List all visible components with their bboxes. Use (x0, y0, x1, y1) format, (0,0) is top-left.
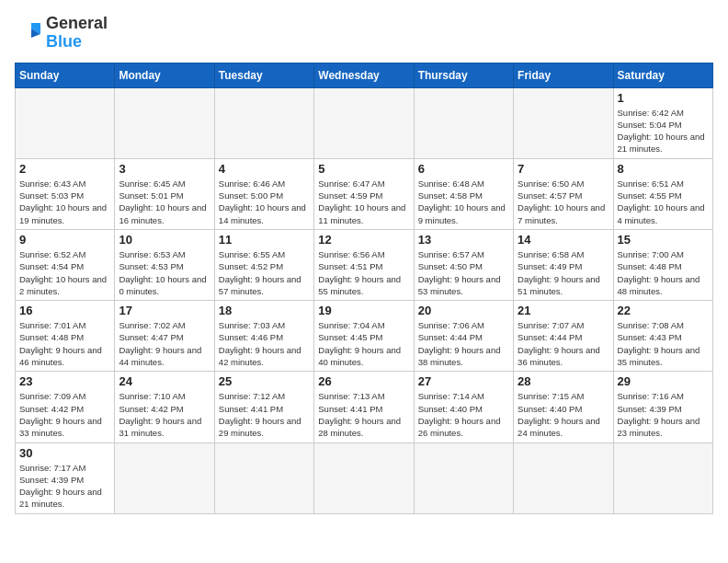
day-info: Sunrise: 7:00 AM Sunset: 4:48 PM Dayligh… (618, 248, 709, 297)
week-row-2: 9Sunrise: 6:52 AM Sunset: 4:54 PM Daylig… (16, 229, 713, 300)
day-number: 29 (618, 374, 709, 388)
day-info: Sunrise: 6:50 AM Sunset: 4:57 PM Dayligh… (518, 178, 609, 226)
day-number: 30 (19, 446, 110, 460)
week-row-5: 30Sunrise: 7:17 AM Sunset: 4:39 PM Dayli… (16, 442, 713, 513)
page-header: GeneralBlue (15, 15, 713, 52)
day-cell: 3Sunrise: 6:45 AM Sunset: 5:01 PM Daylig… (115, 158, 214, 229)
day-cell: 12Sunrise: 6:56 AM Sunset: 4:51 PM Dayli… (314, 229, 414, 300)
day-info: Sunrise: 6:48 AM Sunset: 4:58 PM Dayligh… (418, 178, 509, 226)
weekday-header-sunday: Sunday (16, 63, 115, 87)
day-cell (115, 87, 214, 158)
day-number: 25 (219, 374, 310, 388)
day-cell (314, 442, 414, 513)
day-cell (314, 87, 414, 158)
day-number: 26 (318, 374, 409, 388)
day-info: Sunrise: 6:46 AM Sunset: 5:00 PM Dayligh… (219, 178, 310, 226)
day-cell (115, 442, 214, 513)
day-info: Sunrise: 7:07 AM Sunset: 4:44 PM Dayligh… (518, 319, 609, 368)
day-cell: 20Sunrise: 7:06 AM Sunset: 4:44 PM Dayli… (414, 301, 513, 372)
day-number: 14 (518, 233, 609, 247)
day-cell: 9Sunrise: 6:52 AM Sunset: 4:54 PM Daylig… (16, 229, 115, 300)
day-cell: 19Sunrise: 7:04 AM Sunset: 4:45 PM Dayli… (314, 301, 414, 372)
day-cell: 29Sunrise: 7:16 AM Sunset: 4:39 PM Dayli… (613, 372, 712, 442)
day-cell: 7Sunrise: 6:50 AM Sunset: 4:57 PM Daylig… (514, 158, 613, 229)
day-number: 10 (119, 233, 210, 247)
logo-name: GeneralBlue (46, 15, 108, 52)
logo-bird-icon (15, 19, 42, 47)
day-number: 4 (219, 162, 310, 176)
day-info: Sunrise: 6:56 AM Sunset: 4:51 PM Dayligh… (318, 248, 409, 297)
day-cell: 18Sunrise: 7:03 AM Sunset: 4:46 PM Dayli… (214, 301, 313, 372)
day-cell: 6Sunrise: 6:48 AM Sunset: 4:58 PM Daylig… (414, 158, 513, 229)
day-number: 17 (119, 304, 210, 317)
day-info: Sunrise: 6:55 AM Sunset: 4:52 PM Dayligh… (219, 248, 310, 297)
day-info: Sunrise: 7:08 AM Sunset: 4:43 PM Dayligh… (618, 319, 709, 368)
day-cell (214, 87, 313, 158)
day-number: 6 (418, 162, 509, 176)
day-cell: 15Sunrise: 7:00 AM Sunset: 4:48 PM Dayli… (613, 229, 712, 300)
day-cell: 24Sunrise: 7:10 AM Sunset: 4:42 PM Dayli… (115, 372, 214, 442)
day-cell: 27Sunrise: 7:14 AM Sunset: 4:40 PM Dayli… (414, 372, 513, 442)
logo-text-block: GeneralBlue (15, 15, 108, 52)
day-cell (16, 87, 115, 158)
day-number: 21 (518, 304, 609, 317)
day-cell (214, 442, 313, 513)
day-number: 9 (19, 233, 110, 247)
week-row-0: 1Sunrise: 6:42 AM Sunset: 5:04 PM Daylig… (16, 87, 713, 158)
week-row-3: 16Sunrise: 7:01 AM Sunset: 4:48 PM Dayli… (16, 301, 713, 372)
day-cell (613, 442, 712, 513)
day-info: Sunrise: 7:16 AM Sunset: 4:39 PM Dayligh… (618, 390, 709, 439)
day-info: Sunrise: 7:14 AM Sunset: 4:40 PM Dayligh… (418, 390, 509, 439)
day-number: 22 (618, 304, 709, 317)
day-info: Sunrise: 7:04 AM Sunset: 4:45 PM Dayligh… (318, 319, 409, 368)
day-cell (414, 87, 513, 158)
day-info: Sunrise: 6:57 AM Sunset: 4:50 PM Dayligh… (418, 248, 509, 297)
day-info: Sunrise: 6:47 AM Sunset: 4:59 PM Dayligh… (318, 178, 409, 226)
day-info: Sunrise: 7:09 AM Sunset: 4:42 PM Dayligh… (19, 390, 110, 439)
day-info: Sunrise: 6:58 AM Sunset: 4:49 PM Dayligh… (518, 248, 609, 297)
day-number: 20 (418, 304, 509, 317)
day-cell: 1Sunrise: 6:42 AM Sunset: 5:04 PM Daylig… (613, 87, 712, 158)
day-number: 19 (318, 304, 409, 317)
day-number: 11 (219, 233, 310, 247)
day-number: 15 (618, 233, 709, 247)
day-number: 12 (318, 233, 409, 247)
week-row-4: 23Sunrise: 7:09 AM Sunset: 4:42 PM Dayli… (16, 372, 713, 442)
day-cell: 4Sunrise: 6:46 AM Sunset: 5:00 PM Daylig… (214, 158, 313, 229)
day-info: Sunrise: 6:42 AM Sunset: 5:04 PM Dayligh… (618, 107, 709, 155)
weekday-header-row: SundayMondayTuesdayWednesdayThursdayFrid… (16, 63, 713, 87)
day-cell (514, 442, 613, 513)
day-cell: 11Sunrise: 6:55 AM Sunset: 4:52 PM Dayli… (214, 229, 313, 300)
day-number: 23 (19, 374, 110, 388)
week-row-1: 2Sunrise: 6:43 AM Sunset: 5:03 PM Daylig… (16, 158, 713, 229)
day-info: Sunrise: 6:52 AM Sunset: 4:54 PM Dayligh… (19, 248, 110, 297)
day-cell: 30Sunrise: 7:17 AM Sunset: 4:39 PM Dayli… (16, 442, 115, 513)
day-info: Sunrise: 6:43 AM Sunset: 5:03 PM Dayligh… (19, 178, 110, 226)
day-number: 1 (618, 91, 709, 105)
day-info: Sunrise: 7:15 AM Sunset: 4:40 PM Dayligh… (518, 390, 609, 439)
day-number: 16 (19, 304, 110, 317)
day-number: 27 (418, 374, 509, 388)
day-cell: 25Sunrise: 7:12 AM Sunset: 4:41 PM Dayli… (214, 372, 313, 442)
day-info: Sunrise: 7:17 AM Sunset: 4:39 PM Dayligh… (19, 462, 110, 511)
day-number: 2 (19, 162, 110, 176)
day-info: Sunrise: 6:53 AM Sunset: 4:53 PM Dayligh… (119, 248, 210, 297)
day-info: Sunrise: 7:10 AM Sunset: 4:42 PM Dayligh… (119, 390, 210, 439)
day-cell (514, 87, 613, 158)
day-cell: 22Sunrise: 7:08 AM Sunset: 4:43 PM Dayli… (613, 301, 712, 372)
day-info: Sunrise: 7:06 AM Sunset: 4:44 PM Dayligh… (418, 319, 509, 368)
weekday-header-friday: Friday (514, 63, 613, 87)
day-info: Sunrise: 7:03 AM Sunset: 4:46 PM Dayligh… (219, 319, 310, 368)
day-info: Sunrise: 7:01 AM Sunset: 4:48 PM Dayligh… (19, 319, 110, 368)
weekday-header-thursday: Thursday (414, 63, 513, 87)
day-cell: 8Sunrise: 6:51 AM Sunset: 4:55 PM Daylig… (613, 158, 712, 229)
day-cell: 23Sunrise: 7:09 AM Sunset: 4:42 PM Dayli… (16, 372, 115, 442)
day-number: 7 (518, 162, 609, 176)
day-number: 8 (618, 162, 709, 176)
day-number: 13 (418, 233, 509, 247)
day-info: Sunrise: 7:12 AM Sunset: 4:41 PM Dayligh… (219, 390, 310, 439)
day-info: Sunrise: 7:13 AM Sunset: 4:41 PM Dayligh… (318, 390, 409, 439)
day-cell: 5Sunrise: 6:47 AM Sunset: 4:59 PM Daylig… (314, 158, 414, 229)
day-cell (414, 442, 513, 513)
day-number: 5 (318, 162, 409, 176)
